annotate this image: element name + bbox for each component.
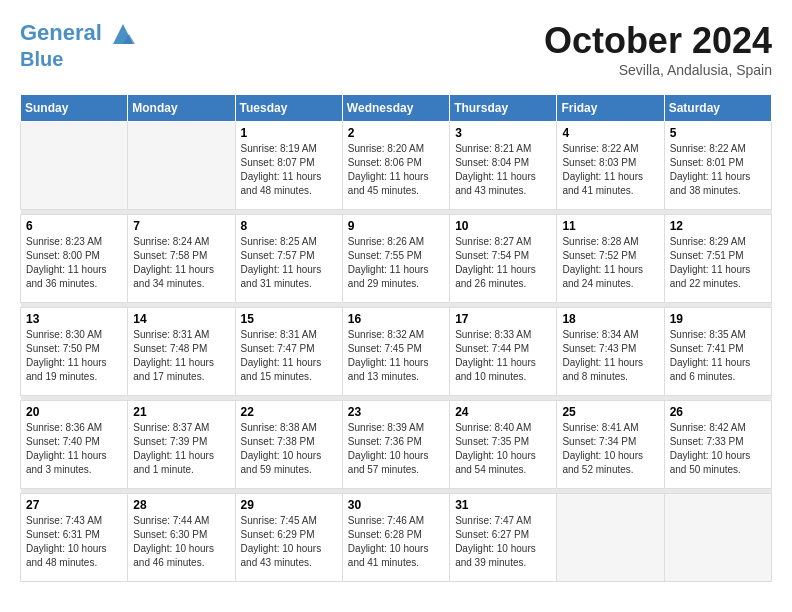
day-number: 12 bbox=[670, 219, 766, 233]
calendar-cell bbox=[128, 122, 235, 210]
day-info: Sunrise: 8:34 AM Sunset: 7:43 PM Dayligh… bbox=[562, 328, 658, 384]
calendar-cell: 1Sunrise: 8:19 AM Sunset: 8:07 PM Daylig… bbox=[235, 122, 342, 210]
day-info: Sunrise: 8:30 AM Sunset: 7:50 PM Dayligh… bbox=[26, 328, 122, 384]
calendar-cell bbox=[21, 122, 128, 210]
day-info: Sunrise: 7:47 AM Sunset: 6:27 PM Dayligh… bbox=[455, 514, 551, 570]
calendar-table: SundayMondayTuesdayWednesdayThursdayFrid… bbox=[20, 94, 772, 582]
calendar-cell bbox=[664, 494, 771, 582]
day-number: 8 bbox=[241, 219, 337, 233]
calendar-cell: 2Sunrise: 8:20 AM Sunset: 8:06 PM Daylig… bbox=[342, 122, 449, 210]
calendar-cell: 23Sunrise: 8:39 AM Sunset: 7:36 PM Dayli… bbox=[342, 401, 449, 489]
calendar-cell: 18Sunrise: 8:34 AM Sunset: 7:43 PM Dayli… bbox=[557, 308, 664, 396]
day-number: 27 bbox=[26, 498, 122, 512]
week-row-3: 13Sunrise: 8:30 AM Sunset: 7:50 PM Dayli… bbox=[21, 308, 772, 396]
calendar-cell: 28Sunrise: 7:44 AM Sunset: 6:30 PM Dayli… bbox=[128, 494, 235, 582]
day-number: 26 bbox=[670, 405, 766, 419]
day-number: 11 bbox=[562, 219, 658, 233]
day-info: Sunrise: 8:27 AM Sunset: 7:54 PM Dayligh… bbox=[455, 235, 551, 291]
day-number: 10 bbox=[455, 219, 551, 233]
day-info: Sunrise: 7:44 AM Sunset: 6:30 PM Dayligh… bbox=[133, 514, 229, 570]
calendar-header-row: SundayMondayTuesdayWednesdayThursdayFrid… bbox=[21, 95, 772, 122]
logo: General Blue bbox=[20, 20, 138, 70]
day-number: 28 bbox=[133, 498, 229, 512]
day-number: 20 bbox=[26, 405, 122, 419]
day-info: Sunrise: 8:22 AM Sunset: 8:01 PM Dayligh… bbox=[670, 142, 766, 198]
calendar-cell: 19Sunrise: 8:35 AM Sunset: 7:41 PM Dayli… bbox=[664, 308, 771, 396]
col-header-tuesday: Tuesday bbox=[235, 95, 342, 122]
day-info: Sunrise: 7:46 AM Sunset: 6:28 PM Dayligh… bbox=[348, 514, 444, 570]
calendar-cell: 15Sunrise: 8:31 AM Sunset: 7:47 PM Dayli… bbox=[235, 308, 342, 396]
calendar-cell: 26Sunrise: 8:42 AM Sunset: 7:33 PM Dayli… bbox=[664, 401, 771, 489]
day-number: 13 bbox=[26, 312, 122, 326]
day-number: 5 bbox=[670, 126, 766, 140]
day-number: 18 bbox=[562, 312, 658, 326]
day-info: Sunrise: 8:22 AM Sunset: 8:03 PM Dayligh… bbox=[562, 142, 658, 198]
calendar-cell: 7Sunrise: 8:24 AM Sunset: 7:58 PM Daylig… bbox=[128, 215, 235, 303]
day-number: 14 bbox=[133, 312, 229, 326]
day-number: 22 bbox=[241, 405, 337, 419]
day-info: Sunrise: 8:42 AM Sunset: 7:33 PM Dayligh… bbox=[670, 421, 766, 477]
day-number: 31 bbox=[455, 498, 551, 512]
day-info: Sunrise: 8:35 AM Sunset: 7:41 PM Dayligh… bbox=[670, 328, 766, 384]
month-title: October 2024 bbox=[544, 20, 772, 62]
day-number: 19 bbox=[670, 312, 766, 326]
day-info: Sunrise: 8:25 AM Sunset: 7:57 PM Dayligh… bbox=[241, 235, 337, 291]
calendar-cell: 25Sunrise: 8:41 AM Sunset: 7:34 PM Dayli… bbox=[557, 401, 664, 489]
calendar-cell: 5Sunrise: 8:22 AM Sunset: 8:01 PM Daylig… bbox=[664, 122, 771, 210]
logo-text: General bbox=[20, 20, 138, 48]
calendar-cell: 6Sunrise: 8:23 AM Sunset: 8:00 PM Daylig… bbox=[21, 215, 128, 303]
day-info: Sunrise: 8:29 AM Sunset: 7:51 PM Dayligh… bbox=[670, 235, 766, 291]
logo-blue: Blue bbox=[20, 48, 138, 70]
day-info: Sunrise: 8:21 AM Sunset: 8:04 PM Dayligh… bbox=[455, 142, 551, 198]
calendar-cell: 29Sunrise: 7:45 AM Sunset: 6:29 PM Dayli… bbox=[235, 494, 342, 582]
day-number: 21 bbox=[133, 405, 229, 419]
calendar-cell: 9Sunrise: 8:26 AM Sunset: 7:55 PM Daylig… bbox=[342, 215, 449, 303]
calendar-cell: 17Sunrise: 8:33 AM Sunset: 7:44 PM Dayli… bbox=[450, 308, 557, 396]
calendar-cell: 30Sunrise: 7:46 AM Sunset: 6:28 PM Dayli… bbox=[342, 494, 449, 582]
day-info: Sunrise: 8:26 AM Sunset: 7:55 PM Dayligh… bbox=[348, 235, 444, 291]
day-info: Sunrise: 8:28 AM Sunset: 7:52 PM Dayligh… bbox=[562, 235, 658, 291]
day-number: 4 bbox=[562, 126, 658, 140]
day-number: 16 bbox=[348, 312, 444, 326]
calendar-cell: 16Sunrise: 8:32 AM Sunset: 7:45 PM Dayli… bbox=[342, 308, 449, 396]
day-number: 17 bbox=[455, 312, 551, 326]
week-row-4: 20Sunrise: 8:36 AM Sunset: 7:40 PM Dayli… bbox=[21, 401, 772, 489]
col-header-wednesday: Wednesday bbox=[342, 95, 449, 122]
col-header-friday: Friday bbox=[557, 95, 664, 122]
day-info: Sunrise: 8:39 AM Sunset: 7:36 PM Dayligh… bbox=[348, 421, 444, 477]
week-row-1: 1Sunrise: 8:19 AM Sunset: 8:07 PM Daylig… bbox=[21, 122, 772, 210]
day-number: 29 bbox=[241, 498, 337, 512]
logo-icon bbox=[109, 20, 137, 48]
day-info: Sunrise: 8:33 AM Sunset: 7:44 PM Dayligh… bbox=[455, 328, 551, 384]
calendar-cell: 11Sunrise: 8:28 AM Sunset: 7:52 PM Dayli… bbox=[557, 215, 664, 303]
day-number: 30 bbox=[348, 498, 444, 512]
calendar-cell: 3Sunrise: 8:21 AM Sunset: 8:04 PM Daylig… bbox=[450, 122, 557, 210]
calendar-cell bbox=[557, 494, 664, 582]
day-info: Sunrise: 8:38 AM Sunset: 7:38 PM Dayligh… bbox=[241, 421, 337, 477]
col-header-thursday: Thursday bbox=[450, 95, 557, 122]
day-info: Sunrise: 8:40 AM Sunset: 7:35 PM Dayligh… bbox=[455, 421, 551, 477]
day-number: 3 bbox=[455, 126, 551, 140]
day-number: 6 bbox=[26, 219, 122, 233]
day-info: Sunrise: 8:31 AM Sunset: 7:48 PM Dayligh… bbox=[133, 328, 229, 384]
day-number: 23 bbox=[348, 405, 444, 419]
week-row-5: 27Sunrise: 7:43 AM Sunset: 6:31 PM Dayli… bbox=[21, 494, 772, 582]
day-info: Sunrise: 8:37 AM Sunset: 7:39 PM Dayligh… bbox=[133, 421, 229, 477]
day-number: 15 bbox=[241, 312, 337, 326]
day-info: Sunrise: 8:36 AM Sunset: 7:40 PM Dayligh… bbox=[26, 421, 122, 477]
col-header-saturday: Saturday bbox=[664, 95, 771, 122]
day-info: Sunrise: 7:43 AM Sunset: 6:31 PM Dayligh… bbox=[26, 514, 122, 570]
day-info: Sunrise: 8:24 AM Sunset: 7:58 PM Dayligh… bbox=[133, 235, 229, 291]
day-info: Sunrise: 8:41 AM Sunset: 7:34 PM Dayligh… bbox=[562, 421, 658, 477]
col-header-monday: Monday bbox=[128, 95, 235, 122]
day-info: Sunrise: 8:20 AM Sunset: 8:06 PM Dayligh… bbox=[348, 142, 444, 198]
calendar-cell: 22Sunrise: 8:38 AM Sunset: 7:38 PM Dayli… bbox=[235, 401, 342, 489]
calendar-cell: 4Sunrise: 8:22 AM Sunset: 8:03 PM Daylig… bbox=[557, 122, 664, 210]
week-row-2: 6Sunrise: 8:23 AM Sunset: 8:00 PM Daylig… bbox=[21, 215, 772, 303]
col-header-sunday: Sunday bbox=[21, 95, 128, 122]
title-block: October 2024 Sevilla, Andalusia, Spain bbox=[544, 20, 772, 78]
day-number: 9 bbox=[348, 219, 444, 233]
location-subtitle: Sevilla, Andalusia, Spain bbox=[544, 62, 772, 78]
day-info: Sunrise: 8:31 AM Sunset: 7:47 PM Dayligh… bbox=[241, 328, 337, 384]
calendar-cell: 14Sunrise: 8:31 AM Sunset: 7:48 PM Dayli… bbox=[128, 308, 235, 396]
